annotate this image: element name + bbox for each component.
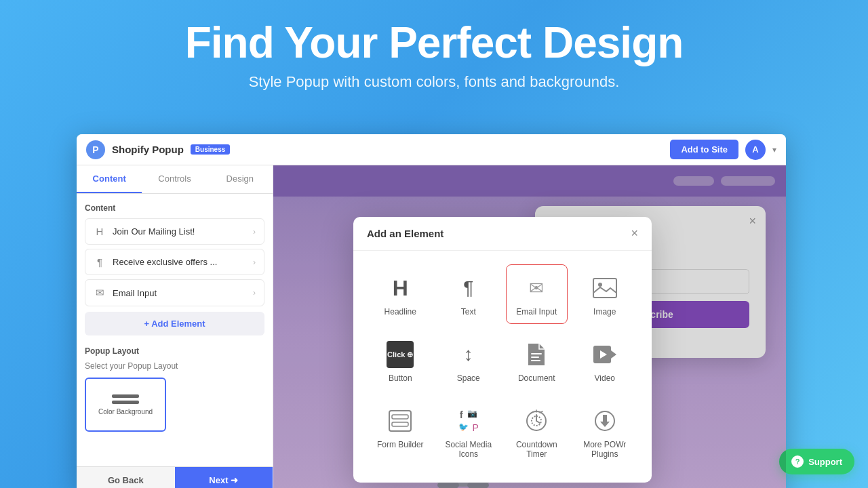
popup-layout-label: Popup Layout — [85, 346, 264, 356]
email-icon: ✉ — [94, 287, 106, 299]
element-image[interactable]: Image — [574, 264, 636, 324]
hero-section: Find Your Perfect Design Style Popup wit… — [0, 0, 868, 103]
text-icon: ¶ — [455, 274, 482, 302]
next-button[interactable]: Next ➜ — [175, 467, 273, 488]
element-video[interactable]: Video — [574, 331, 636, 390]
chevron-right-icon: › — [253, 258, 256, 267]
element-label: Text — [461, 307, 476, 317]
hero-title: Find Your Perfect Design — [0, 19, 868, 66]
element-more-powr[interactable]: More POWr Plugins — [574, 397, 636, 466]
element-label: Social Media Icons — [444, 440, 494, 459]
sidebar: Content Controls Design Content H Join O… — [77, 165, 273, 488]
form-builder-icon — [387, 407, 414, 434]
content-section-label: Content — [85, 203, 264, 213]
main-layout: Content Controls Design Content H Join O… — [77, 165, 786, 488]
svg-rect-2 — [531, 353, 542, 354]
go-back-button[interactable]: Go Back — [77, 467, 175, 488]
space-icon: ↕ — [455, 341, 482, 368]
add-element-button[interactable]: + Add Element — [85, 312, 264, 336]
preview-area: × ...ist! ht to your Subscribe Add an El… — [273, 165, 786, 488]
app-name: Shopify Popup — [112, 144, 184, 155]
list-item[interactable]: ✉ Email Input › — [85, 279, 264, 306]
element-social-media[interactable]: f 📷 🐦 P Social Media Icons — [438, 397, 500, 466]
business-badge: Business — [191, 144, 230, 155]
button-icon: Click ⊕ — [387, 341, 414, 368]
element-label: Countdown Timer — [512, 440, 561, 459]
item-join-mailing: Join Our Mailing List! — [113, 226, 195, 237]
avatar[interactable]: A — [745, 140, 766, 160]
element-label: Form Builder — [377, 440, 424, 449]
select-popup-text: Select your Popup Layout — [85, 361, 264, 371]
svg-rect-8 — [389, 411, 411, 431]
modal-body: H Headline ¶ Text ✉ Email In — [353, 251, 652, 483]
item-exclusive-offers: Receive exclusive offers ... — [113, 257, 217, 267]
element-label: Space — [457, 373, 480, 383]
document-icon — [523, 341, 550, 368]
element-document[interactable]: Document — [506, 331, 568, 390]
chevron-down-icon[interactable]: ▾ — [772, 145, 776, 155]
svg-rect-9 — [392, 415, 408, 419]
element-label: Document — [518, 373, 555, 383]
element-email-input[interactable]: ✉ Email Input — [506, 264, 568, 324]
social-media-icon: f 📷 🐦 P — [455, 407, 482, 434]
support-label: Support — [808, 457, 842, 467]
element-countdown[interactable]: Countdown Timer — [506, 397, 568, 466]
chevron-right-icon: › — [253, 227, 256, 237]
sidebar-content: Content H Join Our Mailing List! › ¶ Rec… — [77, 194, 273, 466]
app-logo: P — [86, 140, 105, 159]
headline-icon: H — [387, 274, 414, 302]
add-element-modal: Add an Element × H Headline — [353, 217, 652, 483]
list-item[interactable]: ¶ Receive exclusive offers ... › — [85, 249, 264, 275]
modal-close-button[interactable]: × — [631, 226, 638, 241]
headline-icon: H — [94, 226, 106, 237]
layout-color-bg-label: Color Background — [98, 408, 153, 415]
tab-controls[interactable]: Controls — [142, 165, 207, 193]
hero-subtitle: Style Popup with custom colors, fonts an… — [0, 73, 868, 91]
more-powr-icon — [591, 407, 618, 434]
element-headline[interactable]: H Headline — [370, 264, 431, 324]
popup-layout-section: Popup Layout Select your Popup Layout Co… — [85, 346, 264, 432]
sidebar-bottom: Go Back Next ➜ — [77, 466, 273, 488]
modal-title: Add an Element — [367, 228, 443, 239]
item-email-input: Email Input — [113, 288, 157, 298]
element-label: Video — [595, 373, 615, 383]
tab-content[interactable]: Content — [77, 165, 142, 193]
element-button[interactable]: Click ⊕ Button — [370, 331, 431, 390]
modal-header: Add an Element × — [353, 217, 652, 251]
svg-rect-4 — [531, 360, 540, 361]
svg-rect-10 — [392, 422, 408, 426]
element-label: Button — [389, 373, 412, 383]
list-item[interactable]: H Join Our Mailing List! › — [85, 218, 264, 245]
top-bar-left: P Shopify Popup Business — [86, 140, 230, 159]
layout-color-bg[interactable]: Color Background — [85, 378, 166, 432]
tab-bar: Content Controls Design — [77, 165, 273, 194]
svg-point-1 — [598, 283, 602, 287]
element-form-builder[interactable]: Form Builder — [370, 397, 431, 466]
chevron-right-icon: › — [253, 288, 256, 298]
tab-design[interactable]: Design — [208, 165, 273, 193]
layout-line — [112, 401, 139, 404]
element-label: Image — [593, 307, 616, 317]
support-icon: ? — [791, 455, 804, 468]
logo-letter: P — [92, 144, 98, 155]
layout-line — [112, 394, 139, 398]
paragraph-icon: ¶ — [94, 256, 106, 268]
video-icon — [591, 341, 618, 368]
element-text[interactable]: ¶ Text — [438, 264, 500, 324]
element-label: Headline — [384, 307, 416, 317]
image-icon — [591, 274, 618, 302]
element-space[interactable]: ↕ Space — [438, 331, 500, 390]
add-to-site-button[interactable]: Add to Site — [670, 140, 738, 159]
app-window: P Shopify Popup Business Add to Site A ▾… — [77, 134, 786, 488]
svg-marker-6 — [611, 350, 616, 359]
top-bar-right: Add to Site A ▾ — [670, 140, 776, 160]
svg-rect-0 — [593, 279, 616, 298]
element-label: Email Input — [516, 307, 557, 317]
countdown-icon — [523, 407, 550, 434]
element-label: More POWr Plugins — [580, 440, 630, 459]
layout-options: Color Background — [85, 378, 264, 432]
support-button[interactable]: ? Support — [779, 449, 854, 474]
email-input-icon: ✉ — [523, 274, 550, 302]
top-bar: P Shopify Popup Business Add to Site A ▾ — [77, 134, 786, 165]
element-grid: H Headline ¶ Text ✉ Email In — [370, 264, 635, 466]
